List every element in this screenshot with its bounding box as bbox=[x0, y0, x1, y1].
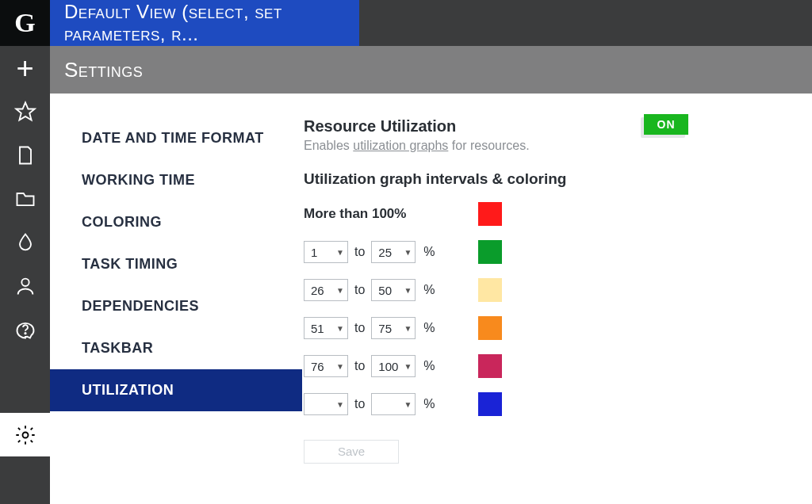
tab-coloring[interactable]: COLORING bbox=[50, 201, 302, 243]
page-title: Settings bbox=[50, 46, 812, 94]
utilization-graphs-link[interactable]: utilization graphs bbox=[353, 139, 448, 152]
chevron-down-icon: ▼ bbox=[336, 362, 344, 371]
more-than-label: More than 100% bbox=[304, 206, 470, 222]
percent-label: % bbox=[423, 245, 435, 259]
color-swatch-2[interactable] bbox=[478, 278, 502, 302]
color-swatch-4[interactable] bbox=[478, 354, 502, 378]
interval-2-to-select[interactable]: 50▼ bbox=[371, 279, 416, 301]
chevron-down-icon: ▼ bbox=[404, 324, 412, 333]
interval-row-3: 51▼ to 75▼ % bbox=[304, 316, 796, 340]
svg-point-3 bbox=[22, 432, 28, 437]
star-icon[interactable] bbox=[0, 90, 50, 133]
to-label: to bbox=[354, 283, 365, 297]
interval-row-4: 76▼ to 100▼ % bbox=[304, 354, 796, 378]
interval-row-1: 1▼ to 25▼ % bbox=[304, 240, 796, 264]
to-label: to bbox=[354, 359, 365, 373]
tab-working-time[interactable]: WORKING TIME bbox=[50, 159, 302, 201]
percent-label: % bbox=[423, 397, 435, 411]
chevron-down-icon: ▼ bbox=[404, 248, 412, 257]
tab-date-time-format[interactable]: DATE AND TIME FORMAT bbox=[50, 117, 302, 159]
plus-icon[interactable]: + bbox=[0, 46, 50, 90]
svg-marker-0 bbox=[16, 102, 34, 120]
tab-taskbar[interactable]: TASKBAR bbox=[50, 327, 302, 369]
chevron-down-icon: ▼ bbox=[404, 400, 412, 409]
svg-point-1 bbox=[21, 278, 29, 285]
interval-4-from-select[interactable]: 76▼ bbox=[304, 355, 348, 377]
to-label: to bbox=[354, 245, 365, 259]
percent-label: % bbox=[423, 283, 435, 297]
percent-label: % bbox=[423, 359, 435, 373]
help-icon[interactable] bbox=[0, 307, 50, 351]
chevron-down-icon: ▼ bbox=[336, 324, 344, 333]
interval-1-from-select[interactable]: 1▼ bbox=[304, 241, 348, 263]
drop-icon[interactable] bbox=[0, 220, 50, 264]
tab-utilization[interactable]: UTILIZATION bbox=[50, 369, 302, 411]
chevron-down-icon: ▼ bbox=[404, 362, 412, 371]
panel-title: Resource Utilization bbox=[304, 117, 625, 136]
app-logo[interactable]: G bbox=[0, 0, 50, 46]
title-area: Default View (select, set parameters, r.… bbox=[50, 0, 812, 46]
nav-rail: G + bbox=[0, 0, 50, 504]
view-title[interactable]: Default View (select, set parameters, r.… bbox=[50, 0, 359, 46]
percent-label: % bbox=[423, 321, 435, 335]
color-swatch-3[interactable] bbox=[478, 316, 502, 340]
interval-2-from-select[interactable]: 26▼ bbox=[304, 279, 348, 301]
to-label: to bbox=[354, 397, 365, 411]
file-icon[interactable] bbox=[0, 133, 50, 177]
color-swatch-1[interactable] bbox=[478, 240, 502, 264]
intervals-heading: Utilization graph intervals & coloring bbox=[304, 170, 796, 188]
color-swatch-overflow[interactable] bbox=[478, 202, 502, 226]
color-swatch-5[interactable] bbox=[478, 392, 502, 416]
svg-point-2 bbox=[25, 332, 25, 333]
utilization-panel: Resource Utilization Enables utilization… bbox=[302, 94, 812, 504]
save-button[interactable]: Save bbox=[304, 440, 399, 464]
settings-tabs: DATE AND TIME FORMAT WORKING TIME COLORI… bbox=[50, 94, 302, 504]
chevron-down-icon: ▼ bbox=[336, 400, 344, 409]
interval-row-overflow: More than 100% bbox=[304, 202, 796, 226]
interval-row-5: ▼ to ▼ % bbox=[304, 392, 796, 416]
panel-description: Enables utilization graphs for resources… bbox=[304, 139, 625, 153]
tab-task-timing[interactable]: TASK TIMING bbox=[50, 243, 302, 285]
interval-5-from-select[interactable]: ▼ bbox=[304, 393, 348, 415]
tab-dependencies[interactable]: DEPENDENCIES bbox=[50, 285, 302, 327]
interval-3-to-select[interactable]: 75▼ bbox=[371, 317, 416, 339]
interval-row-2: 26▼ to 50▼ % bbox=[304, 278, 796, 302]
interval-5-to-select[interactable]: ▼ bbox=[371, 393, 416, 415]
gear-icon[interactable] bbox=[0, 413, 50, 456]
chevron-down-icon: ▼ bbox=[336, 286, 344, 295]
interval-3-from-select[interactable]: 51▼ bbox=[304, 317, 348, 339]
interval-4-to-select[interactable]: 100▼ bbox=[371, 355, 416, 377]
interval-1-to-select[interactable]: 25▼ bbox=[371, 241, 416, 263]
folder-icon[interactable] bbox=[0, 177, 50, 220]
chevron-down-icon: ▼ bbox=[336, 248, 344, 257]
resource-utilization-toggle[interactable]: ON bbox=[641, 117, 685, 138]
user-icon[interactable] bbox=[0, 264, 50, 307]
toggle-on-label: ON bbox=[644, 114, 688, 135]
to-label: to bbox=[354, 321, 365, 335]
chevron-down-icon: ▼ bbox=[404, 286, 412, 295]
